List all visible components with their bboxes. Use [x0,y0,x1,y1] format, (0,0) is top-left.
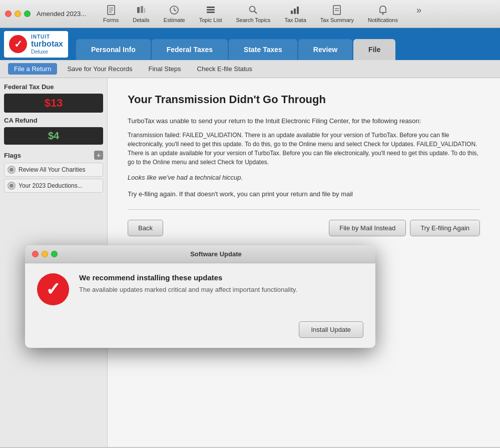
toolbar-searchtopics[interactable]: Search Topics [229,3,277,25]
svg-rect-10 [207,12,215,13]
content-body: TurboTax was unable to send your return … [128,116,480,199]
modal-heading: We recommend installing these updates [79,273,363,282]
software-update-modal: Software Update ✓ We recommend installin… [25,245,375,348]
logo: ✓ INTUIT turbotax Deluxe [4,31,68,58]
modal-maximize-button[interactable] [51,251,58,257]
notifications-icon [376,5,390,16]
svg-rect-14 [294,9,296,14]
svg-rect-5 [141,6,143,13]
title-bar: Amended 2023... Forms Details Estimate T… [0,0,500,28]
tab-file[interactable]: File [353,39,395,60]
toolbar-taxdata[interactable]: Tax Data [277,3,313,25]
modal-footer: Install Update [25,315,375,348]
right-buttons: File by Mail Instead Try E-filing Again [329,220,480,236]
details-label: Details [133,17,150,23]
minimize-button[interactable] [15,11,21,17]
modal-text: We recommend installing these updates Th… [79,273,363,293]
tab-federal-taxes[interactable]: Federal Taxes [152,39,228,60]
flag-deductions-label: Your 2023 Deductions... [19,182,83,189]
sub-nav: File a Return Save for Your Records Fina… [0,60,500,78]
flags-header: Flags + [4,151,103,160]
subnav-final-steps[interactable]: Final Steps [143,63,187,75]
svg-point-20 [382,14,384,15]
maximize-button[interactable] [24,11,31,17]
deluxe-label: Deluxe [31,49,63,55]
flags-add-button[interactable]: + [94,151,103,160]
intuit-label: INTUIT [31,34,63,40]
federal-tax-label: Federal Tax Due [4,83,103,91]
tab-state-taxes[interactable]: State Taxes [229,39,297,60]
toolbar-estimate[interactable]: Estimate [157,3,192,25]
content-title: Your Transmission Didn't Go Through [128,93,480,106]
topiclist-icon [204,5,218,16]
modal-close-button[interactable] [32,251,39,257]
try-efile-button[interactable]: Try E-filing Again [410,220,480,236]
more-icon: » [412,5,426,16]
flags-title: Flags [4,152,21,159]
turbotax-label: turbotax [31,40,63,49]
flag-dot-2 [8,182,16,190]
svg-rect-4 [137,7,140,13]
note2: Try e-filing again. If that doesn't work… [128,189,480,200]
federal-tax-amount: $13 [9,97,98,110]
svg-rect-13 [291,11,293,14]
flag-charities-label: Review All Your Charities [19,166,85,173]
back-button[interactable]: Back [128,220,163,236]
toolbar-topiclist[interactable]: Topic List [192,3,229,25]
flag-deductions[interactable]: Your 2023 Deductions... [4,179,103,193]
modal-window-controls [32,251,58,257]
taxdata-label: Tax Data [284,17,306,23]
modal-minimize-button[interactable] [42,251,48,257]
toolbar-more[interactable]: » [405,3,433,25]
subnav-file-a-return[interactable]: File a Return [8,63,57,75]
taxsummary-icon [330,5,344,16]
file-by-mail-button[interactable]: File by Mail Instead [329,220,406,236]
estimate-label: Estimate [164,17,185,23]
svg-rect-15 [297,7,299,14]
modal-content: ✓ We recommend installing these updates … [25,263,375,315]
svg-rect-9 [207,9,215,11]
window-title: Amended 2023... [37,10,86,18]
window-controls [5,11,31,17]
taxdata-icon [288,5,302,16]
modal-icon: ✓ [37,273,69,305]
modal-description: The available updates marked critical an… [79,286,363,293]
federal-tax-box: $13 [4,94,103,113]
close-button[interactable] [5,11,12,17]
toolbar-details[interactable]: Details [126,3,157,25]
install-update-button[interactable]: Install Update [299,321,364,338]
toolbar: Forms Details Estimate Topic List Search… [96,3,495,25]
ca-refund-box: $4 [4,127,103,145]
svg-line-12 [254,12,257,14]
ca-refund-amount: $4 [9,130,98,142]
tab-personal-info[interactable]: Personal Info [76,39,151,60]
logo-checkmark: ✓ [9,35,27,53]
toolbar-forms[interactable]: Forms [96,3,126,25]
subnav-check-efile[interactable]: Check E-file Status [191,63,259,75]
modal-checkmark: ✓ [46,279,61,300]
svg-rect-6 [144,8,145,13]
svg-point-11 [249,7,255,12]
divider [128,209,480,210]
intro-text: TurboTax was unable to send your return … [128,116,480,127]
toolbar-notifications[interactable]: Notifications [361,3,405,25]
tab-review[interactable]: Review [298,39,352,60]
note1: Looks like we've had a technical hiccup. [128,173,480,183]
toolbar-taxsummary[interactable]: Tax Summary [313,3,361,25]
action-buttons: Back File by Mail Instead Try E-filing A… [128,220,480,236]
intuit-header: ✓ INTUIT turbotax Deluxe Personal Info F… [0,28,500,60]
notifications-label: Notifications [368,17,398,23]
forms-label: Forms [103,17,119,23]
modal-title: Software Update [64,250,368,258]
logo-text: INTUIT turbotax Deluxe [31,34,63,55]
svg-rect-8 [207,7,215,8]
taxsummary-label: Tax Summary [320,17,354,23]
estimate-icon [167,5,181,16]
subnav-save-records[interactable]: Save for Your Records [61,63,138,75]
nav-tabs: Personal Info Federal Taxes State Taxes … [76,28,500,60]
searchtopics-icon [246,5,260,16]
flag-charities[interactable]: Review All Your Charities [4,163,103,177]
details-icon [134,5,148,16]
ca-refund-label: CA Refund [4,117,103,124]
searchtopics-label: Search Topics [236,17,270,23]
